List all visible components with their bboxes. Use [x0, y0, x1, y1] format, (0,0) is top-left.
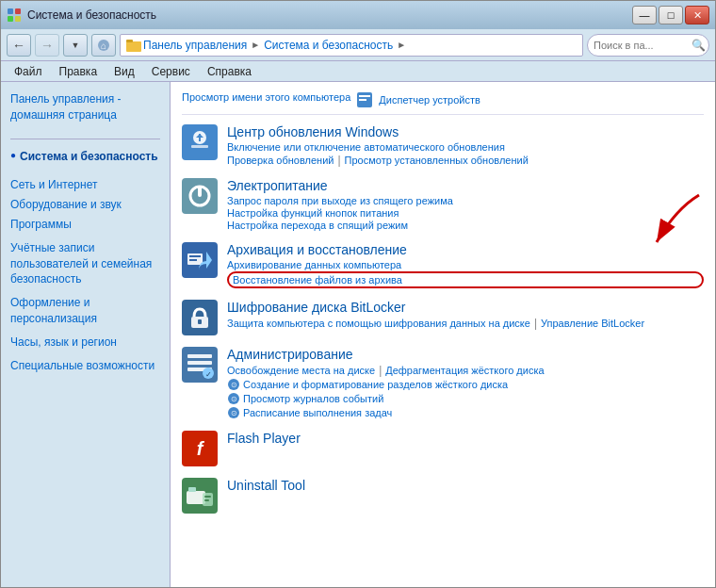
- power-title[interactable]: Электропитание: [227, 178, 704, 193]
- active-dot: ●: [10, 150, 16, 160]
- svg-rect-6: [126, 41, 141, 52]
- link-event-viewer[interactable]: Просмотр журналов событий: [243, 393, 383, 404]
- up-button[interactable]: ⌂: [91, 34, 116, 57]
- section-uninstall-content: Uninstall Tool: [227, 478, 704, 495]
- link-sleep-password[interactable]: Запрос пароля при выходе из спящего режи…: [227, 195, 704, 206]
- svg-rect-7: [126, 40, 133, 42]
- svg-rect-40: [188, 487, 196, 492]
- uninstall-tool-icon: [182, 478, 218, 514]
- search-box: 🔍: [587, 34, 709, 57]
- sidebar-section-home: Панель управления - домашняя страница: [1, 90, 170, 133]
- menu-edit[interactable]: Правка: [52, 63, 106, 80]
- windows-update-links: Включение или отключение автоматического…: [227, 141, 704, 167]
- svg-rect-13: [199, 134, 201, 141]
- link-restore-files[interactable]: Восстановление файлов из архива: [227, 271, 704, 288]
- backup-icon: [182, 242, 218, 278]
- close-button[interactable]: ✕: [685, 6, 709, 24]
- svg-rect-3: [15, 16, 21, 22]
- sidebar-item-clock[interactable]: Часы, язык и регион: [10, 333, 160, 352]
- sidebar-item-system[interactable]: Система и безопасность: [20, 147, 158, 167]
- menu-help[interactable]: Справка: [200, 63, 259, 80]
- search-input[interactable]: [594, 40, 688, 51]
- back-button[interactable]: ←: [7, 34, 31, 57]
- maximize-button[interactable]: □: [659, 6, 683, 24]
- link-sleep-settings[interactable]: Настройка перехода в спящий режим: [227, 220, 704, 231]
- svg-rect-42: [204, 496, 211, 498]
- main-panel-inner: Просмотр имени этого компьютера Диспетче…: [171, 82, 715, 536]
- svg-text:⊙: ⊙: [231, 381, 237, 389]
- windows-update-icon: [182, 124, 218, 160]
- section-bitlocker-content: Шифрование диска BitLocker Защита компью…: [227, 300, 704, 330]
- section-backup: Архивация и восстановление Архивирование…: [182, 242, 704, 288]
- search-icon[interactable]: 🔍: [692, 39, 706, 52]
- recent-button[interactable]: ▼: [63, 34, 88, 57]
- section-flash: f Flash Player: [182, 431, 704, 466]
- svg-rect-10: [359, 99, 366, 101]
- flash-title[interactable]: Flash Player: [227, 431, 704, 446]
- title-bar-buttons: — □ ✕: [632, 6, 709, 24]
- link-auto-update[interactable]: Включение или отключение автоматического…: [227, 141, 704, 153]
- admin-title[interactable]: Администрирование: [227, 347, 704, 362]
- section-bitlocker: Шифрование диска BitLocker Защита компью…: [182, 300, 704, 335]
- windows-update-title[interactable]: Центр обновления Windows: [227, 124, 704, 139]
- sidebar-item-network[interactable]: Сеть и Интернет: [10, 175, 160, 195]
- section-admin: ✓ Администрирование Освобождение места н…: [182, 347, 704, 419]
- top-links-row: Просмотр имени этого компьютера Диспетче…: [182, 90, 704, 115]
- section-power-content: Электропитание Запрос пароля при выходе …: [227, 178, 704, 231]
- title-text: Система и безопасность: [27, 8, 156, 22]
- admin-shield-icon-1: ⊙: [227, 378, 240, 391]
- sidebar-item-hardware[interactable]: Оборудование и звук: [10, 195, 160, 215]
- link-power-buttons[interactable]: Настройка функций кнопок питания: [227, 207, 704, 219]
- top-link-device-manager[interactable]: Диспетчер устройств: [379, 94, 480, 106]
- sidebar-section-links: Сеть и Интернет Оборудование и звук Прог…: [1, 175, 170, 383]
- sidebar-item-appearance[interactable]: Оформление и персонализация: [10, 293, 160, 329]
- uninstall-title[interactable]: Uninstall Tool: [227, 478, 704, 493]
- menu-view[interactable]: Вид: [106, 63, 142, 80]
- bitlocker-icon: [182, 300, 218, 335]
- title-bar: Система и безопасность — □ ✕: [1, 1, 715, 29]
- link-task-scheduler[interactable]: Расписание выполнения задач: [243, 407, 392, 418]
- menu-service[interactable]: Сервис: [144, 63, 198, 80]
- svg-rect-25: [198, 319, 202, 324]
- admin-shield-icon-3: ⊙: [227, 406, 240, 419]
- sidebar-item-accessibility[interactable]: Специальные возможности: [10, 356, 160, 376]
- content-area: Панель управления - домашняя страница ● …: [1, 82, 715, 587]
- power-icon: [182, 178, 218, 214]
- forward-button[interactable]: →: [35, 34, 59, 57]
- sidebar-active-item: ● Система и безопасность: [10, 145, 160, 169]
- sidebar-item-programs[interactable]: Программы: [10, 215, 160, 235]
- main-panel: Просмотр имени этого компьютера Диспетче…: [171, 82, 715, 587]
- link-defrag[interactable]: Дефрагментация жёсткого диска: [385, 365, 544, 376]
- minimize-button[interactable]: —: [632, 6, 657, 24]
- breadcrumb-folder-icon: [126, 39, 141, 52]
- section-windows-update-content: Центр обновления Windows Включение или о…: [227, 124, 704, 167]
- link-bitlocker-protect[interactable]: Защита компьютера с помощью шифрования д…: [227, 318, 530, 329]
- link-backup-data[interactable]: Архивирование данных компьютера: [227, 259, 704, 270]
- breadcrumb-home[interactable]: Панель управления: [143, 39, 247, 52]
- sidebar-home-link[interactable]: Панель управления - домашняя страница: [10, 90, 160, 125]
- breadcrumb-system[interactable]: Система и безопасность: [264, 39, 393, 52]
- svg-rect-2: [8, 16, 13, 22]
- svg-rect-27: [187, 354, 212, 358]
- link-disk-format[interactable]: Создание и форматирование разделов жёстк…: [243, 379, 508, 390]
- top-link-computer-name[interactable]: Просмотр имени этого компьютера: [182, 91, 350, 108]
- bitlocker-title[interactable]: Шифрование диска BitLocker: [227, 300, 704, 315]
- link-view-updates[interactable]: Просмотр установленных обновлений: [345, 155, 529, 166]
- svg-rect-0: [8, 8, 13, 14]
- breadcrumb-bar: Панель управления ► Система и безопаснос…: [120, 34, 583, 57]
- sidebar-item-accounts[interactable]: Учётные записи пользователей и семейная …: [10, 238, 160, 289]
- admin-shield-icon-2: ⊙: [227, 392, 240, 405]
- sidebar-divider-1: [10, 139, 160, 139]
- backup-title[interactable]: Архивация и восстановление: [227, 242, 704, 257]
- svg-rect-9: [359, 95, 370, 97]
- address-bar: ← → ▼ ⌂ Панель управления ► Система и бе…: [1, 29, 715, 61]
- svg-rect-14: [191, 145, 208, 148]
- link-check-updates[interactable]: Проверка обновлений: [227, 155, 334, 166]
- link-disk-cleanup[interactable]: Освобождение места на диске: [227, 365, 375, 376]
- sidebar: Панель управления - домашняя страница ● …: [1, 82, 171, 587]
- menu-file[interactable]: Файл: [7, 63, 50, 80]
- flash-player-icon: f: [182, 431, 218, 466]
- section-power: Электропитание Запрос пароля при выходе …: [182, 178, 704, 231]
- link-bitlocker-manage[interactable]: Управление BitLocker: [541, 318, 644, 329]
- svg-text:⊙: ⊙: [231, 409, 237, 417]
